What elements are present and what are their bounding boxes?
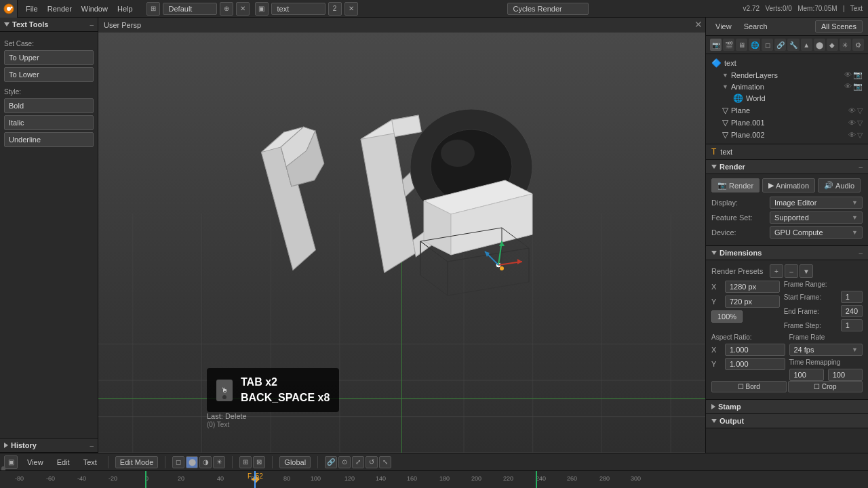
- world-icon[interactable]: 🌐: [749, 39, 760, 51]
- constraint-icon[interactable]: 🔗: [774, 39, 786, 51]
- feature-set-row: Feature Set: Supported ▼: [711, 211, 863, 224]
- presets-remove-icon[interactable]: –: [785, 264, 798, 278]
- material-icon[interactable]: ⬤: [814, 39, 825, 51]
- render-section-collapse[interactable]: –: [859, 163, 863, 171]
- rendered-icon[interactable]: ☀: [213, 456, 225, 468]
- time-old-value[interactable]: 100: [789, 369, 824, 381]
- display-icon[interactable]: 🖥: [736, 39, 747, 51]
- aspect-y-value[interactable]: 1.000: [725, 358, 785, 370]
- display-value[interactable]: Image Editor ▼: [770, 197, 863, 209]
- data-icon[interactable]: ▲: [801, 39, 812, 51]
- render-engine-selector[interactable]: Cycles Render: [507, 3, 589, 15]
- view-menu[interactable]: View: [23, 457, 47, 468]
- tab-view[interactable]: View: [711, 21, 736, 32]
- dimensions-title: Dimensions: [711, 249, 762, 257]
- text-menu[interactable]: Text: [79, 457, 101, 468]
- edit-menu[interactable]: Edit: [53, 457, 74, 468]
- tab-search[interactable]: Search: [740, 21, 772, 32]
- bord-checkbox[interactable]: ☐ Bord: [711, 381, 787, 392]
- object-icon[interactable]: ◻: [762, 39, 773, 51]
- screen-type-icon[interactable]: ⊞: [146, 2, 160, 16]
- tree-item-plane001[interactable]: ▽ Plane.001 👁▽: [706, 117, 868, 129]
- res-x-value[interactable]: 1280 px: [725, 281, 780, 293]
- tree-item-scene[interactable]: 🔷 text: [706, 57, 868, 69]
- solid-icon[interactable]: ⬤: [186, 456, 198, 468]
- layer-close-icon[interactable]: ✕: [344, 2, 358, 16]
- bold-button[interactable]: Bold: [4, 98, 94, 113]
- wireframe-icon[interactable]: ◻: [172, 456, 184, 468]
- crop-checkbox[interactable]: ☐ Crop: [788, 381, 863, 392]
- end-frame-value[interactable]: 240: [841, 305, 863, 317]
- dimensions-collapse[interactable]: –: [859, 249, 863, 257]
- tree-item-plane[interactable]: ▽ Plane 👁▽: [706, 104, 868, 117]
- object-name-field[interactable]: text: [271, 3, 326, 15]
- render-tab-animation[interactable]: ▶ Animation: [762, 178, 815, 192]
- to-upper-button[interactable]: To Upper: [4, 50, 94, 65]
- presets-add-icon[interactable]: +: [770, 264, 783, 278]
- viewport-close-icon[interactable]: ✕: [694, 19, 703, 30]
- scale-icon[interactable]: ⤡: [379, 456, 391, 468]
- mode-selector[interactable]: Edit Mode: [115, 456, 159, 468]
- expand-icon[interactable]: ⊕: [220, 2, 233, 16]
- menu-file[interactable]: File: [22, 3, 42, 14]
- render-tab-render[interactable]: 📷 Render: [711, 178, 760, 192]
- viewport-type-icon[interactable]: ▣: [4, 455, 18, 469]
- feature-set-label: Feature Set:: [711, 214, 766, 222]
- camera-panel-icon[interactable]: 📷: [710, 39, 722, 51]
- rotate-icon[interactable]: ↺: [366, 456, 378, 468]
- overlay1-icon[interactable]: ⊞: [239, 456, 252, 468]
- time-new-value[interactable]: 100: [828, 369, 863, 381]
- display-row: Display: Image Editor ▼: [711, 197, 863, 209]
- menu-help[interactable]: Help: [113, 3, 137, 14]
- proportional-icon[interactable]: ⊙: [338, 456, 351, 468]
- physics-icon[interactable]: ⚙: [852, 39, 864, 51]
- menu-window[interactable]: Window: [77, 3, 112, 14]
- render-panel-icon[interactable]: 🎬: [723, 39, 734, 51]
- editor-type-icon[interactable]: ▣: [255, 2, 269, 16]
- aspect-x-row: X 1.000: [711, 344, 785, 356]
- texture-icon[interactable]: ◆: [827, 39, 838, 51]
- tree-item-animation[interactable]: ▼ Animation 👁📷: [706, 81, 868, 92]
- to-lower-button[interactable]: To Lower: [4, 67, 94, 82]
- particle-icon[interactable]: ✳: [840, 39, 851, 51]
- all-scenes-button[interactable]: All Scenes: [815, 20, 863, 33]
- render-presets-row: Render Presets + – ▼: [711, 264, 863, 278]
- percent-button[interactable]: 100%: [711, 310, 743, 323]
- stamp-header[interactable]: Stamp: [706, 400, 868, 414]
- italic-button[interactable]: Italic: [4, 115, 94, 130]
- history-header[interactable]: History –: [0, 438, 98, 453]
- render-section-header[interactable]: Render –: [706, 160, 868, 174]
- menu-render[interactable]: Render: [43, 3, 76, 14]
- layout-selector[interactable]: Default: [163, 3, 217, 15]
- underline-button[interactable]: Underline: [4, 132, 94, 147]
- layer-number[interactable]: 2: [328, 2, 342, 16]
- display-value-text: Image Editor: [774, 199, 816, 207]
- render-tab-audio[interactable]: 🔊 Audio: [818, 178, 861, 192]
- viewport[interactable]: User Persp ✕ 🖱 TAB x2 BACK_SPACE x8 Last…: [98, 18, 705, 453]
- close-screen-icon[interactable]: ✕: [236, 2, 250, 16]
- feature-set-value[interactable]: Supported ▼: [770, 211, 863, 224]
- overlay2-icon[interactable]: ⊠: [253, 456, 265, 468]
- dimensions-header[interactable]: Dimensions –: [706, 246, 868, 260]
- panel-collapse-arrow[interactable]: [4, 22, 9, 26]
- blender-logo[interactable]: [0, 0, 18, 18]
- start-frame-value[interactable]: 1: [841, 291, 863, 303]
- timeline[interactable]: F_52 -80 -60 -40 -20 0 20 40 60 80 100 1…: [0, 470, 868, 488]
- coord-system-selector[interactable]: Global: [279, 456, 311, 468]
- tree-item-plane002[interactable]: ▽ Plane.002 👁▽: [706, 129, 868, 141]
- res-y-value[interactable]: 720 px: [725, 296, 780, 308]
- panel-collapse-btn[interactable]: –: [90, 21, 94, 28]
- presets-menu-icon[interactable]: ▼: [800, 264, 813, 278]
- device-value[interactable]: GPU Compute ▼: [770, 226, 863, 239]
- move-icon[interactable]: ⤢: [352, 456, 364, 468]
- frame-step-value[interactable]: 1: [841, 319, 863, 331]
- tree-item-renderlayers[interactable]: ▼ RenderLayers 👁📷: [706, 69, 868, 81]
- modifier-icon[interactable]: 🔧: [787, 39, 799, 51]
- material-shading-icon[interactable]: ◑: [199, 456, 212, 468]
- aspect-x-value[interactable]: 1.000: [725, 344, 785, 356]
- snap-icon[interactable]: 🔗: [325, 456, 337, 468]
- history-collapse-btn[interactable]: –: [90, 442, 94, 449]
- frame-rate-value[interactable]: 24 fps ▼: [789, 344, 863, 356]
- tree-item-world[interactable]: 🌐 World: [706, 92, 868, 104]
- output-header[interactable]: Output: [706, 414, 868, 428]
